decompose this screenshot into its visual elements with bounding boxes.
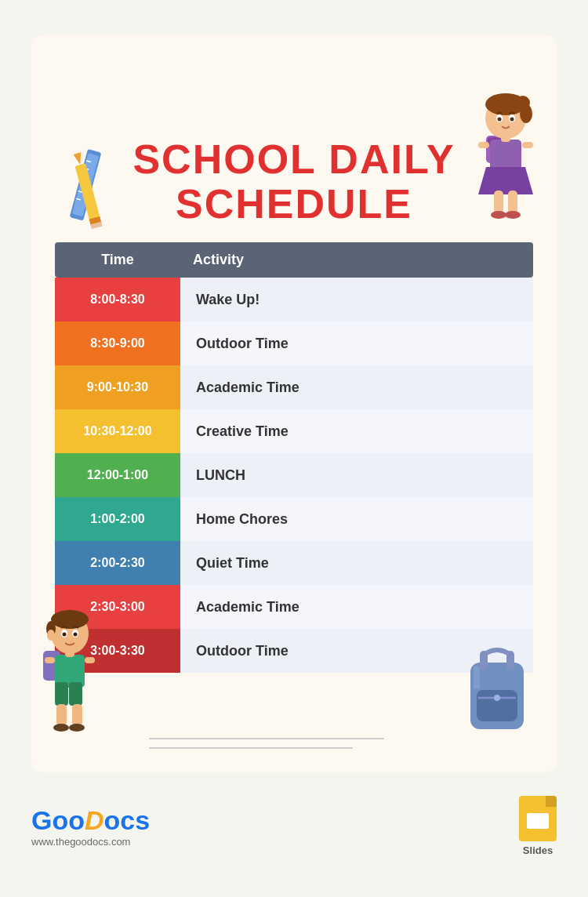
bottom-decorations: [149, 738, 494, 749]
time-cell: 8:00-8:30: [55, 278, 180, 321]
time-cell: 2:00-2:30: [55, 541, 180, 585]
svg-point-28: [498, 118, 502, 122]
activity-cell: LUNCH: [180, 453, 533, 497]
time-cell: 1:00-2:00: [55, 497, 180, 541]
svg-point-21: [505, 211, 521, 219]
svg-rect-56: [474, 666, 480, 689]
activity-cell: Academic Time: [180, 585, 533, 629]
table-row: 8:30-9:00Outdoor Time: [55, 321, 533, 365]
logo-goo: Goo: [31, 805, 85, 836]
svg-rect-37: [56, 704, 67, 726]
footer: Goo D ocs www.thegoodocs.com Slides: [0, 780, 588, 872]
svg-point-39: [53, 724, 69, 732]
table-row: 10:30-12:00Creative Time: [55, 409, 533, 453]
website-url: www.thegoodocs.com: [31, 836, 150, 848]
table-row: 2:00-2:30Quiet Time: [55, 541, 533, 585]
svg-rect-38: [72, 704, 82, 726]
logo-d: D: [85, 805, 104, 836]
svg-rect-18: [494, 191, 503, 214]
svg-marker-8: [74, 152, 85, 165]
slides-icon: [519, 796, 557, 841]
page: SCHOOL DAILY SCHEDULE Time Activity 8:00…: [0, 0, 588, 897]
boy-character: [35, 604, 114, 745]
svg-point-48: [74, 633, 78, 637]
slides-badge: Slides: [519, 796, 557, 856]
logo-area: Goo D ocs www.thegoodocs.com: [31, 805, 150, 848]
activity-cell: Home Chores: [180, 497, 533, 541]
table-row: 1:00-2:00Home Chores: [55, 497, 533, 541]
backpack-decoration: [463, 647, 533, 741]
slides-label: Slides: [523, 844, 553, 856]
svg-point-40: [69, 724, 85, 732]
bottom-line-2: [149, 747, 353, 749]
activity-header: Activity: [180, 242, 533, 278]
table-row: 8:00-8:30Wake Up!: [55, 278, 533, 321]
table-row: 12:00-1:00LUNCH: [55, 453, 533, 497]
schedule-card: SCHOOL DAILY SCHEDULE Time Activity 8:00…: [31, 35, 557, 772]
bottom-line-1: [149, 738, 384, 739]
slides-icon-inner: [527, 813, 549, 829]
time-cell: 8:30-9:00: [55, 321, 180, 365]
activity-cell: Wake Up!: [180, 278, 533, 321]
table-row: 3:00-3:30Outdoor Time: [55, 629, 533, 673]
logo-ocs: ocs: [104, 805, 151, 836]
activity-cell: Creative Time: [180, 409, 533, 453]
logo: Goo D ocs: [31, 805, 150, 836]
svg-marker-15: [478, 167, 533, 194]
time-cell: 12:00-1:00: [55, 453, 180, 497]
svg-point-53: [494, 695, 500, 701]
table-row: 2:30-3:00Academic Time: [55, 585, 533, 629]
svg-point-49: [47, 630, 55, 641]
svg-point-43: [51, 610, 89, 629]
pencil-ruler-decoration: [64, 141, 127, 267]
time-cell: 9:00-10:30: [55, 365, 180, 409]
svg-rect-16: [478, 142, 489, 148]
svg-rect-36: [85, 657, 95, 663]
table-row: 9:00-10:30Academic Time: [55, 365, 533, 409]
svg-rect-35: [45, 657, 55, 663]
svg-point-26: [516, 96, 530, 110]
svg-rect-19: [508, 191, 517, 214]
svg-point-46: [63, 633, 67, 637]
activity-cell: Academic Time: [180, 365, 533, 409]
svg-rect-34: [69, 682, 82, 706]
svg-rect-33: [55, 682, 68, 706]
svg-point-20: [491, 211, 506, 219]
svg-rect-17: [522, 142, 533, 148]
girl-character: [466, 73, 553, 230]
schedule-table: Time Activity 8:00-8:30Wake Up!8:30-9:00…: [55, 242, 533, 673]
svg-point-30: [510, 118, 514, 122]
activity-cell: Outdoor Time: [180, 321, 533, 365]
activity-cell: Quiet Time: [180, 541, 533, 585]
time-cell: 10:30-12:00: [55, 409, 180, 453]
